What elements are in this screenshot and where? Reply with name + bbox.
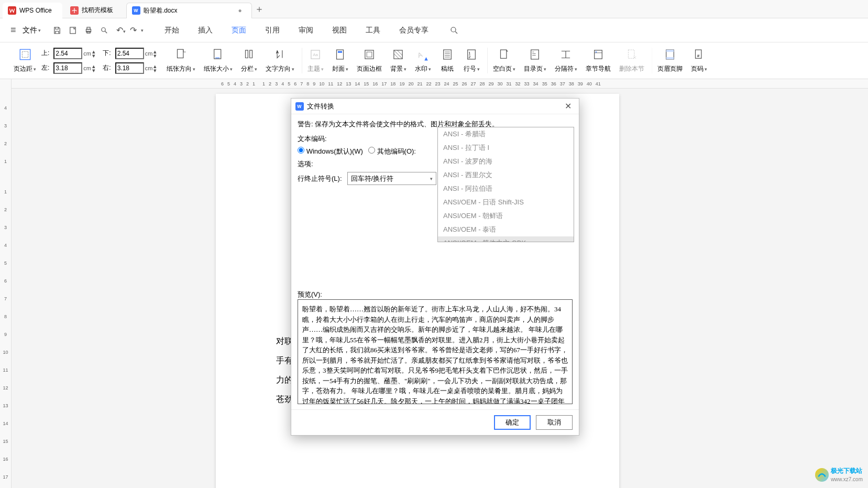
- lineend-select[interactable]: 回车符/换行符▾: [347, 172, 436, 185]
- toc-button[interactable]: 目录页▾: [521, 48, 550, 73]
- hamburger-icon[interactable]: ≡: [10, 25, 16, 36]
- site-logo-icon: [815, 468, 829, 482]
- file-menu[interactable]: 文件▾: [19, 26, 44, 35]
- spin-icon[interactable]: ▴▾: [153, 64, 157, 72]
- svg-rect-0: [8, 6, 16, 15]
- columns-button[interactable]: 分栏▾: [238, 48, 260, 73]
- svg-rect-19: [365, 50, 373, 59]
- ok-button[interactable]: 确定: [494, 415, 531, 430]
- wps-logo-icon: [8, 6, 16, 15]
- encoding-option[interactable]: ANSI - 拉丁语 I: [438, 141, 574, 155]
- encoding-option[interactable]: ANSI - 阿拉伯语: [438, 182, 574, 196]
- svg-text:A: A: [416, 50, 424, 59]
- dialog-titlebar[interactable]: W文件转换 ✕: [291, 99, 579, 114]
- svg-text:W: W: [134, 8, 138, 13]
- svg-rect-20: [367, 52, 372, 57]
- encoding-option[interactable]: ANSI/OEM - 简体中文 GBK: [438, 236, 574, 242]
- svg-text:#: #: [697, 53, 700, 58]
- menu-bar: ≡ 文件▾ ↶▾ ↷ ▾ 开始 插入 页面 引用 审阅 视图 工具 会员专享: [0, 18, 868, 42]
- chapnav-button[interactable]: 章节导航: [583, 48, 614, 73]
- cover-button[interactable]: 封面▾: [329, 48, 351, 73]
- pgborder-button[interactable]: 页面边框: [354, 48, 385, 73]
- print-icon[interactable]: [84, 26, 93, 35]
- tab-member[interactable]: 会员专享: [397, 26, 431, 35]
- cancel-button[interactable]: 取消: [536, 415, 573, 430]
- spin-icon[interactable]: ▴▾: [92, 49, 95, 58]
- margin-bottom-input[interactable]: [115, 48, 144, 59]
- watermark-button[interactable]: A水印▾: [412, 48, 434, 73]
- hf-button[interactable]: 页眉页脚: [654, 48, 686, 73]
- lineend-label: 行终止符号(L):: [298, 174, 342, 183]
- theme-button[interactable]: Aa主题▾: [304, 48, 327, 73]
- svg-point-8: [101, 27, 105, 31]
- svg-rect-11: [22, 51, 28, 57]
- svg-rect-27: [501, 50, 507, 58]
- encoding-listbox[interactable]: ANSI - 希腊语ANSI - 拉丁语 IANSI - 波罗的海ANSI - …: [437, 127, 574, 242]
- encoding-option[interactable]: ANSI/OEM - 泰语: [438, 223, 574, 236]
- svg-rect-29: [594, 50, 602, 59]
- linenum-button[interactable]: 12行号▾: [460, 48, 488, 73]
- svg-point-9: [451, 27, 456, 32]
- margin-right-label: 右:: [103, 63, 111, 72]
- search-icon[interactable]: [449, 26, 459, 35]
- redo-button[interactable]: ↷: [130, 25, 137, 35]
- tab-view[interactable]: 视图: [330, 26, 349, 35]
- bg-button[interactable]: 背景▾: [387, 48, 410, 73]
- margin-left-input[interactable]: [53, 62, 82, 74]
- margin-bottom-label: 下:: [103, 49, 111, 58]
- tab-tools[interactable]: 工具: [364, 26, 382, 35]
- word-doc-icon: W: [132, 6, 140, 15]
- spin-icon[interactable]: ▴▾: [153, 49, 157, 58]
- new-tab-button[interactable]: ＋: [252, 3, 267, 15]
- svg-rect-18: [338, 51, 342, 53]
- radio-windows-default[interactable]: Windows(默认)(W): [298, 147, 363, 156]
- document-tab[interactable]: W 盼望着.docx ●: [126, 3, 252, 18]
- tab-start[interactable]: 开始: [162, 26, 181, 35]
- template-icon: [70, 6, 79, 15]
- vertical-ruler: 4321123456789101112131415161718192021: [0, 79, 12, 488]
- margin-top-input[interactable]: [53, 48, 82, 59]
- svg-text:Aa: Aa: [313, 52, 318, 57]
- margins-button[interactable]: 页边距▾: [10, 48, 39, 73]
- template-tab[interactable]: 找稻壳模板: [65, 3, 124, 18]
- word-doc-icon: W: [295, 102, 304, 111]
- encoding-option[interactable]: ANSI - 波罗的海: [438, 155, 574, 168]
- tab-insert[interactable]: 插入: [196, 26, 215, 35]
- svg-rect-13: [214, 49, 221, 59]
- preview-label: 预览(V):: [298, 290, 573, 299]
- margin-top-label: 上:: [41, 49, 49, 58]
- pgnum-button[interactable]: #页码▾: [688, 48, 710, 73]
- encoding-option[interactable]: ANSI/OEM - 朝鲜语: [438, 209, 574, 223]
- margin-right-input[interactable]: [115, 62, 144, 74]
- tab-review[interactable]: 审阅: [296, 26, 315, 35]
- undo-button[interactable]: ↶▾: [116, 25, 126, 35]
- site-watermark: 极光下载站www.xz7.com: [815, 467, 863, 483]
- draft-button[interactable]: 稿纸: [436, 48, 458, 73]
- save-icon[interactable]: [52, 26, 62, 35]
- size-button[interactable]: 纸张大小▾: [201, 48, 236, 73]
- radio-other-encoding[interactable]: 其他编码(O):: [368, 147, 416, 156]
- encoding-option[interactable]: ANSI - 希腊语: [438, 127, 574, 141]
- textdir-button[interactable]: A文字方向▾: [262, 48, 302, 73]
- sep-button[interactable]: 分隔符▾: [552, 48, 580, 73]
- encoding-option[interactable]: ANSI/OEM - 日语 Shift-JIS: [438, 196, 574, 209]
- find-replace-icon[interactable]: [100, 26, 109, 35]
- title-bar: WPS Office 找稻壳模板 W 盼望着.docx ● ＋: [0, 0, 868, 18]
- site-url: www.xz7.com: [831, 476, 863, 482]
- delsec-button: 删除本节: [616, 48, 652, 73]
- spin-icon[interactable]: ▴▾: [92, 64, 95, 72]
- document-tab-label: 盼望着.docx: [144, 6, 178, 15]
- blank-button[interactable]: 空白页▾: [490, 48, 519, 73]
- dialog-close-button[interactable]: ✕: [562, 101, 575, 111]
- wps-office-tab[interactable]: WPS Office: [3, 3, 62, 18]
- orientation-button[interactable]: 纸张方向▾: [163, 48, 199, 73]
- encoding-option[interactable]: ANSI - 西里尔文: [438, 168, 574, 182]
- tab-page[interactable]: 页面: [229, 26, 248, 35]
- svg-rect-32: [666, 50, 674, 52]
- margin-inputs: 上: cm▴▾ 下: cm▴▾ 左: cm▴▾ 右: cm▴▾: [41, 47, 161, 74]
- preview-box[interactable]: 盼望着，盼望着……翘首以盼的新年近了。街市上车水马龙，人山人海，好不热闹。34瞧…: [298, 299, 573, 404]
- print-preview-icon[interactable]: [68, 26, 78, 35]
- chevron-down-icon: ▾: [430, 176, 433, 181]
- qa-more-icon[interactable]: ▾: [141, 28, 144, 33]
- tab-reference[interactable]: 引用: [263, 26, 282, 35]
